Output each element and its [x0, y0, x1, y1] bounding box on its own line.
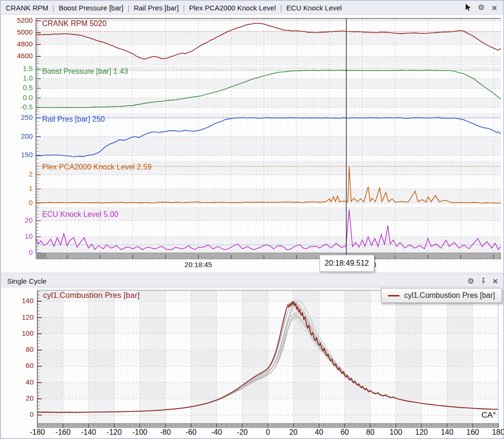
tab-bar-icons: ⚙ × — [465, 3, 499, 12]
tab-separator: | — [183, 4, 185, 12]
log-strip-panel — [1, 15, 504, 272]
tab-rail-pres-bar[interactable]: Rail Pres [bar] — [134, 4, 179, 12]
tab-ecu-knock-level[interactable]: ECU Knock Level — [286, 4, 342, 12]
app-window: CRANK RPM|Boost Pressure [bar]|Rail Pres… — [0, 0, 504, 439]
channel-tabs: CRANK RPM|Boost Pressure [bar]|Rail Pres… — [6, 4, 342, 12]
close-icon[interactable]: × — [493, 277, 498, 286]
tab-separator: | — [53, 4, 54, 12]
single-cycle-chart-title: cyl1.Combustion Pres [bar] — [43, 291, 140, 300]
cursor-icon[interactable] — [465, 4, 471, 11]
single-cycle-panel — [1, 287, 504, 438]
legend[interactable]: cyl1.Combustion Pres [bar] — [381, 288, 502, 303]
channel-tab-bar: CRANK RPM|Boost Pressure [bar]|Rail Pres… — [1, 1, 504, 15]
single-cycle-header: Single Cycle ⚙ × — [1, 275, 504, 287]
tab-crank-rpm[interactable]: CRANK RPM — [6, 4, 48, 12]
x-axis-unit-label: CA° — [471, 411, 496, 420]
legend-line-swatch — [388, 295, 399, 296]
tab-separator: | — [280, 4, 282, 12]
close-icon[interactable]: × — [492, 3, 497, 12]
tab-separator: | — [128, 4, 130, 12]
legend-label: cyl1.Combustion Pres [bar] — [404, 291, 495, 300]
tab-plex-pca2000-knock-level[interactable]: Plex PCA2000 Knock Level — [189, 4, 276, 12]
single-cycle-header-icons: ⚙ × — [468, 277, 498, 286]
gear-icon[interactable]: ⚙ — [478, 4, 485, 11]
tab-boost-pressure-bar[interactable]: Boost Pressure [bar] — [59, 4, 124, 12]
single-cycle-title: Single Cycle — [7, 277, 46, 285]
gear-icon[interactable]: ⚙ — [468, 278, 474, 285]
pin-icon[interactable] — [480, 278, 486, 285]
